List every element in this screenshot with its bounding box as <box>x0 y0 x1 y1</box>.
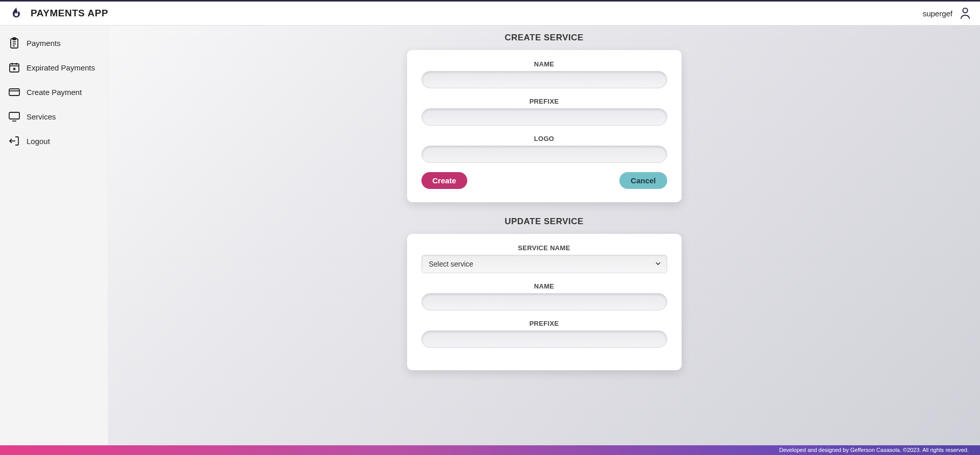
service-select[interactable]: Select service <box>421 255 667 273</box>
update-prefixe-input[interactable] <box>421 330 667 348</box>
create-name-input[interactable] <box>421 71 667 88</box>
clipboard-icon <box>8 37 20 49</box>
svg-point-1 <box>963 8 967 13</box>
sidebar-item-services[interactable]: Services <box>0 104 108 129</box>
sidebar-item-label: Services <box>27 112 56 121</box>
update-service-name-label: SERVICE NAME <box>421 244 667 252</box>
sidebar-item-logout[interactable]: Logout <box>0 129 108 153</box>
create-service-card: NAME PREFIXE LOGO Create Cancel <box>407 50 682 202</box>
create-logo-label: LOGO <box>421 135 667 142</box>
logout-icon <box>8 135 20 147</box>
card-icon <box>8 86 20 98</box>
sidebar-item-create-payment[interactable]: Create Payment <box>0 80 108 104</box>
create-service-title: CREATE SERVICE <box>108 33 980 43</box>
topbar-left: PAYMENTS APP <box>9 6 108 20</box>
sidebar-item-payments[interactable]: Payments <box>0 31 108 55</box>
main: CREATE SERVICE NAME PREFIXE LOGO Create … <box>108 26 980 445</box>
create-button[interactable]: Create <box>421 172 468 189</box>
topbar-right: supergef <box>923 7 971 20</box>
svg-rect-13 <box>9 89 19 95</box>
create-prefixe-label: PREFIXE <box>421 98 667 105</box>
sidebar-item-label: Expirated Payments <box>27 63 95 72</box>
main-scroll[interactable]: CREATE SERVICE NAME PREFIXE LOGO Create … <box>108 26 980 445</box>
user-icon[interactable] <box>960 7 971 20</box>
update-service-title: UPDATE SERVICE <box>108 217 980 227</box>
topbar: PAYMENTS APP supergef <box>0 0 980 26</box>
username-label: supergef <box>923 9 952 18</box>
monitor-icon <box>8 110 20 123</box>
svg-rect-15 <box>9 112 19 119</box>
update-name-label: NAME <box>421 282 667 290</box>
sidebar-item-label: Logout <box>27 137 50 146</box>
sidebar-item-label: Payments <box>27 39 61 47</box>
sidebar-item-label: Create Payment <box>27 88 82 97</box>
update-service-card: SERVICE NAME Select service NAME <box>407 234 682 370</box>
create-logo-input[interactable] <box>421 146 667 163</box>
footer-text: Developed and designed by Gefferson Casa… <box>779 447 969 453</box>
footer: Developed and designed by Gefferson Casa… <box>0 445 980 455</box>
sidebar: Payments Expirated Payments Create Payme… <box>0 26 108 445</box>
content-row: Payments Expirated Payments Create Payme… <box>0 26 980 445</box>
svg-rect-7 <box>10 64 19 72</box>
cancel-button[interactable]: Cancel <box>619 172 667 189</box>
flame-logo-icon <box>9 6 23 20</box>
update-prefixe-label: PREFIXE <box>421 320 667 327</box>
app-title: PAYMENTS APP <box>31 8 108 19</box>
create-name-label: NAME <box>421 60 667 68</box>
calendar-x-icon <box>8 61 20 74</box>
update-name-input[interactable] <box>421 293 667 310</box>
sidebar-item-expirated-payments[interactable]: Expirated Payments <box>0 55 108 80</box>
svg-point-0 <box>15 13 17 16</box>
create-prefixe-input[interactable] <box>421 108 667 126</box>
